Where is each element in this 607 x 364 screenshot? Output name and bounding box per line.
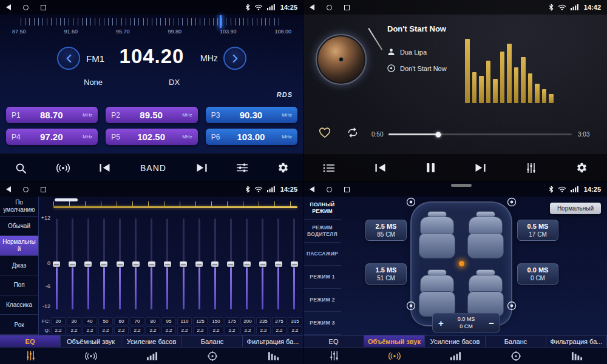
eq-preset-jazz[interactable]: Джаз bbox=[0, 256, 38, 276]
eq-band-slider[interactable] bbox=[226, 218, 235, 309]
tune-up-button[interactable] bbox=[223, 47, 246, 70]
preset-button-p6[interactable]: P6 103.00 MHz bbox=[206, 129, 297, 145]
progress-bar[interactable] bbox=[388, 133, 572, 135]
preset-button-p1[interactable]: P1 88.70 MHz bbox=[6, 107, 98, 123]
band-button[interactable]: BAND bbox=[140, 163, 166, 173]
eq-slider-knob[interactable] bbox=[69, 261, 76, 267]
progress-knob[interactable] bbox=[435, 132, 441, 137]
favorite-button[interactable] bbox=[318, 126, 331, 138]
previous-track-button[interactable] bbox=[375, 163, 387, 172]
settings-gear-button[interactable] bbox=[277, 162, 289, 174]
preset-button-p5[interactable]: P5 102.50 MHz bbox=[106, 129, 197, 145]
tab-filter[interactable]: Фильтрация ба... bbox=[546, 335, 607, 347]
back-icon[interactable] bbox=[310, 4, 314, 10]
eq-slider-knob[interactable] bbox=[84, 261, 92, 267]
audio-settings-button[interactable] bbox=[236, 163, 248, 173]
eq-band-slider[interactable] bbox=[148, 218, 156, 309]
eq-sliders-icon[interactable] bbox=[0, 348, 61, 364]
tab-surround[interactable]: Объёмный звук bbox=[364, 335, 425, 347]
eq-band-slider[interactable] bbox=[290, 218, 299, 309]
eq-slider-knob[interactable] bbox=[259, 261, 266, 267]
mode-passenger[interactable]: ПАССАЖИР bbox=[304, 243, 341, 266]
delay-front-left[interactable]: 2.5 MS 85 CM bbox=[365, 220, 407, 241]
tab-surround[interactable]: Объёмный звук bbox=[61, 335, 121, 347]
eq-band-slider[interactable] bbox=[211, 218, 219, 309]
home-icon[interactable] bbox=[327, 5, 332, 10]
next-station-button[interactable] bbox=[195, 163, 208, 172]
eq-preset-custom[interactable]: Обычай bbox=[0, 217, 38, 237]
tab-balance[interactable]: Баланс bbox=[486, 335, 546, 347]
eq-band-slider[interactable] bbox=[132, 218, 140, 309]
eq-band-slider[interactable] bbox=[68, 218, 76, 309]
eq-band-slider[interactable] bbox=[243, 218, 251, 309]
mode-2[interactable]: РЕЖИМ 2 bbox=[304, 289, 341, 312]
eq-band-slider[interactable] bbox=[100, 218, 108, 309]
eq-band-slider[interactable] bbox=[259, 218, 267, 309]
home-icon[interactable] bbox=[23, 187, 29, 192]
equalizer-button[interactable] bbox=[526, 163, 537, 174]
eq-preset-rock[interactable]: Рок bbox=[0, 315, 38, 335]
preset-button-p4[interactable]: P4 97.20 MHz bbox=[6, 129, 98, 145]
frequency-ruler[interactable] bbox=[21, 18, 283, 25]
recents-icon[interactable] bbox=[41, 5, 46, 10]
tab-bass-boost[interactable]: Усиление басов bbox=[121, 335, 182, 347]
tune-down-button[interactable] bbox=[57, 47, 80, 70]
balance-icon[interactable] bbox=[486, 348, 546, 364]
tab-balance[interactable]: Баланс bbox=[182, 335, 243, 347]
eq-band-slider[interactable] bbox=[84, 218, 92, 309]
tab-bass-boost[interactable]: Усиление басов bbox=[425, 335, 486, 347]
eq-preset-normal[interactable]: Нормальный bbox=[0, 236, 38, 256]
eq-slider-knob[interactable] bbox=[148, 261, 155, 267]
preset-button-p3[interactable]: P3 90.30 MHz bbox=[206, 107, 297, 123]
eq-band-slider[interactable] bbox=[274, 218, 283, 309]
eq-preset-default[interactable]: По умолчанию bbox=[0, 197, 38, 217]
home-icon[interactable] bbox=[327, 187, 332, 192]
eq-preset-pop[interactable]: Поп bbox=[0, 275, 38, 295]
eq-band-slider[interactable] bbox=[116, 218, 124, 309]
tab-eq[interactable]: EQ bbox=[0, 335, 61, 347]
eq-slider-knob[interactable] bbox=[275, 261, 282, 267]
home-icon[interactable] bbox=[23, 5, 29, 10]
eq-slider-knob[interactable] bbox=[195, 261, 203, 267]
eq-slider-knob[interactable] bbox=[164, 261, 171, 267]
playlist-button[interactable] bbox=[323, 163, 335, 173]
filter-icon[interactable] bbox=[546, 348, 607, 364]
next-track-button[interactable] bbox=[474, 163, 486, 172]
eq-band-slider[interactable] bbox=[179, 218, 188, 309]
pause-button[interactable] bbox=[426, 163, 435, 173]
mode-3[interactable]: РЕЖИМ 3 bbox=[304, 312, 341, 335]
broadcast-scan-button[interactable] bbox=[56, 163, 70, 173]
eq-slider-knob[interactable] bbox=[227, 261, 234, 267]
eq-slider-knob[interactable] bbox=[100, 261, 107, 267]
eq-slider-knob[interactable] bbox=[117, 261, 124, 267]
recents-icon[interactable] bbox=[344, 187, 350, 192]
mode-1[interactable]: РЕЖИМ 1 bbox=[304, 266, 341, 289]
settings-gear-button[interactable] bbox=[576, 162, 588, 174]
bass-boost-icon[interactable] bbox=[121, 348, 182, 364]
eq-slider-knob[interactable] bbox=[132, 261, 140, 267]
back-icon[interactable] bbox=[310, 186, 314, 192]
increase-delay-button[interactable]: + bbox=[438, 318, 444, 328]
tab-filter[interactable]: Фильтрация ба... bbox=[243, 335, 304, 347]
recents-icon[interactable] bbox=[344, 5, 350, 10]
eq-slider-knob[interactable] bbox=[53, 261, 60, 267]
delay-rear-right[interactable]: 0.0 MS 0 CM bbox=[517, 263, 558, 285]
delay-front-right[interactable]: 0.5 MS 17 CM bbox=[517, 220, 558, 241]
repeat-button[interactable] bbox=[346, 127, 359, 138]
eq-slider-knob[interactable] bbox=[291, 261, 298, 267]
surround-icon[interactable] bbox=[364, 348, 425, 364]
filter-icon[interactable] bbox=[243, 348, 304, 364]
tab-eq[interactable]: EQ bbox=[304, 335, 364, 347]
recents-icon[interactable] bbox=[41, 187, 46, 192]
back-icon[interactable] bbox=[6, 4, 11, 10]
previous-station-button[interactable] bbox=[99, 163, 111, 172]
eq-sliders-icon[interactable] bbox=[304, 348, 364, 364]
eq-slider-knob[interactable] bbox=[211, 261, 219, 267]
balance-icon[interactable] bbox=[182, 348, 243, 364]
eq-band-slider[interactable] bbox=[195, 218, 203, 309]
eq-band-slider[interactable] bbox=[163, 218, 172, 309]
eq-band-slider[interactable] bbox=[52, 218, 61, 309]
profile-button[interactable]: Нормальный bbox=[550, 203, 601, 214]
preset-button-p2[interactable]: P2 89.50 MHz bbox=[106, 107, 197, 123]
delay-rear-left[interactable]: 1.5 MS 51 CM bbox=[365, 263, 407, 285]
